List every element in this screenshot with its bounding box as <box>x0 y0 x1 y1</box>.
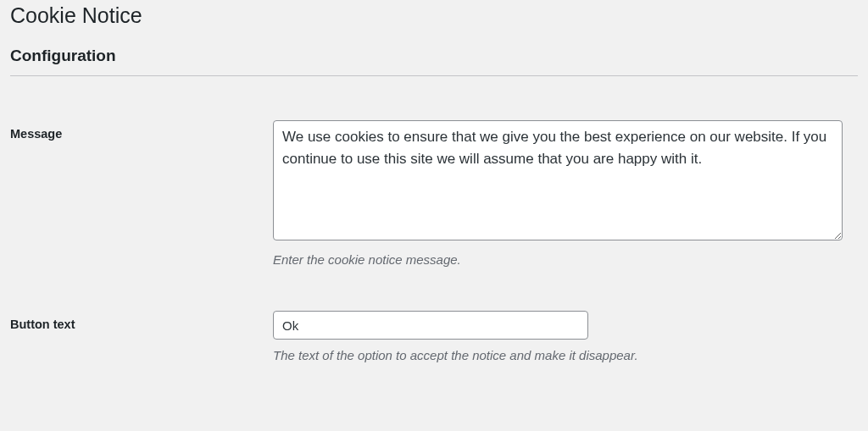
section-divider <box>10 75 858 76</box>
settings-form-table: Message We use cookies to ensure that we… <box>10 93 858 379</box>
field-row-message: Message We use cookies to ensure that we… <box>10 93 858 284</box>
button-text-input[interactable] <box>273 311 588 340</box>
button-text-description: The text of the option to accept the not… <box>273 348 849 362</box>
message-label: Message <box>10 127 62 141</box>
field-row-button-text: Button text The text of the option to ac… <box>10 284 858 379</box>
section-title: Configuration <box>10 47 858 65</box>
button-text-label: Button text <box>10 318 75 331</box>
page-title: Cookie Notice <box>10 3 858 28</box>
message-textarea[interactable]: We use cookies to ensure that we give yo… <box>273 120 843 240</box>
message-description: Enter the cookie notice message. <box>273 252 849 267</box>
